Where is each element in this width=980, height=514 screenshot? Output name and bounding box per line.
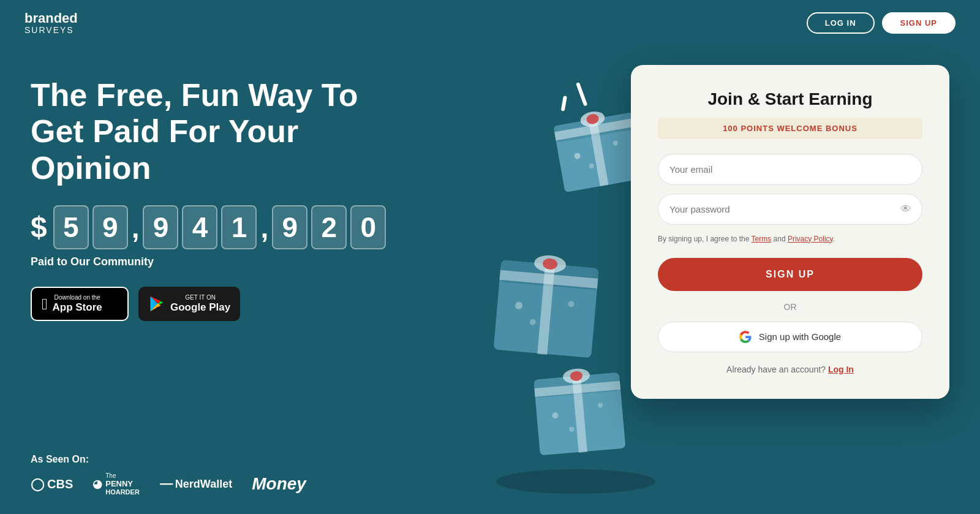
- header-buttons: LOG IN SIGN UP: [807, 12, 956, 34]
- digit-9a: 9: [92, 205, 128, 249]
- logo: branded SURVEYS: [24, 11, 78, 36]
- google-signup-label: Sign up with Google: [759, 331, 841, 342]
- digit-5: 5: [53, 205, 89, 249]
- googleplay-small: GET IT ON: [170, 294, 230, 301]
- form-title: Join & Start Earning: [658, 89, 922, 109]
- login-button[interactable]: LOG IN: [807, 12, 875, 34]
- email-input[interactable]: [658, 154, 922, 185]
- digit-9c: 9: [272, 205, 307, 249]
- google-play-button[interactable]: GET IT ON Google Play: [138, 287, 240, 321]
- svg-rect-1: [561, 96, 567, 111]
- google-g-icon: [739, 331, 752, 343]
- penny-hoarder-logo: ◕ The PENNY HOARDER: [92, 472, 140, 496]
- svg-point-29: [496, 469, 655, 494]
- eye-icon[interactable]: 👁: [900, 203, 911, 216]
- digit-2: 2: [311, 205, 347, 249]
- google-play-icon: [148, 295, 165, 312]
- app-store-button[interactable]:  Download on the App Store: [31, 287, 129, 321]
- terms-text: By signing up, I agree to the Terms and …: [658, 233, 922, 244]
- password-input[interactable]: [658, 194, 922, 225]
- dollar-sign: $: [31, 210, 47, 244]
- nerdwallet-logo: ⸻ NerdWallet: [159, 476, 232, 492]
- login-link[interactable]: Log In: [828, 365, 854, 374]
- cbs-logo: ◯ CBS: [31, 477, 73, 491]
- as-seen-on: As Seen On: ◯ CBS ◕ The PENNY HOARDER ⸻ …: [31, 454, 306, 496]
- money-logo: Money: [252, 474, 306, 494]
- terms-link[interactable]: Terms: [752, 235, 772, 243]
- signup-header-button[interactable]: SIGN UP: [882, 12, 956, 34]
- comma-2: ,: [260, 205, 268, 249]
- digit-0: 0: [350, 205, 386, 249]
- digit-4: 4: [182, 205, 217, 249]
- amount-digits: 5 9 , 9 4 1 , 9 2 0: [53, 205, 386, 249]
- digit-9b: 9: [143, 205, 178, 249]
- signup-panel: Join & Start Earning 100 POINTS WELCOME …: [631, 65, 949, 399]
- google-signup-button[interactable]: Sign up with Google: [658, 322, 922, 352]
- as-seen-label: As Seen On:: [31, 454, 306, 465]
- privacy-link[interactable]: Privacy Policy: [788, 235, 833, 243]
- googleplay-big: Google Play: [170, 301, 230, 314]
- or-divider: OR: [658, 302, 922, 312]
- already-account: Already have an account? Log In: [658, 365, 922, 374]
- apple-icon: : [42, 295, 48, 314]
- main-content: The Free, Fun Way To Get Paid For Your O…: [0, 47, 980, 399]
- digit-1: 1: [221, 205, 257, 249]
- svg-rect-0: [576, 82, 587, 107]
- media-logos: ◯ CBS ◕ The PENNY HOARDER ⸻ NerdWallet M…: [31, 472, 306, 496]
- appstore-big: App Store: [53, 301, 102, 314]
- appstore-small: Download on the: [53, 294, 102, 301]
- bonus-badge: 100 POINTS WELCOME BONUS: [658, 118, 922, 139]
- password-wrapper: 👁: [658, 194, 922, 225]
- hero-title: The Free, Fun Way To Get Paid For Your O…: [31, 77, 410, 187]
- header: branded SURVEYS LOG IN SIGN UP: [0, 0, 980, 47]
- comma-1: ,: [132, 205, 140, 249]
- signup-button[interactable]: SIGN UP: [658, 258, 922, 291]
